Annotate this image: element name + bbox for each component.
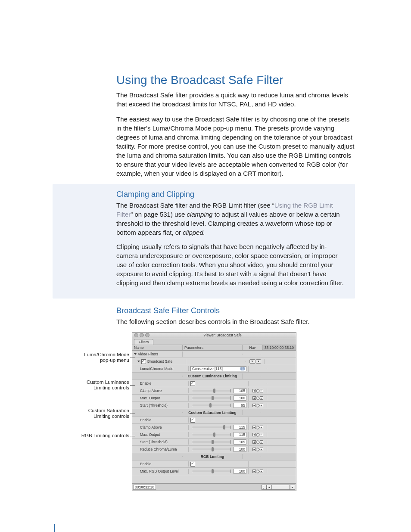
reset-menu-button[interactable]: ▾ (256, 359, 261, 364)
scrub-icon[interactable]: ⋮⋮ (262, 485, 267, 490)
keyframe-nav[interactable]: ◂▸ (252, 426, 263, 429)
label: Start (Threshold) (132, 403, 189, 408)
heading-1: Using the Broadcast Safe Filter (56, 73, 355, 87)
column-headers: Name Parameters Nav 33:10 00:00:35:10 (132, 345, 296, 351)
label: Enable (132, 461, 189, 467)
traffic-zoom-icon[interactable] (145, 333, 149, 337)
titlebar: Viewer: Broadcast Safe (132, 333, 296, 338)
hdr-timeline: 33:10 00:00:35:10 (263, 345, 296, 350)
body-para-3: The following section describes controls… (56, 317, 355, 326)
reset-button[interactable]: ✕ (249, 359, 255, 364)
prev-icon[interactable]: ◂ (267, 485, 272, 490)
timeline-out: 00:00:35:10 (274, 345, 294, 350)
luma-chroma-mode-popup[interactable]: Conservative [115]⇅ (190, 366, 246, 371)
tabbar: Filters (132, 338, 296, 345)
section-header: Custom Luminance Limiting (183, 373, 243, 379)
scroll-controls[interactable]: ⋮⋮ ◂ ▸ (261, 484, 296, 491)
section-header: Custom Saturation Limiting (183, 410, 243, 415)
hdr-parameters: Parameters (183, 345, 243, 350)
slider[interactable] (192, 390, 231, 392)
enable-checkbox[interactable] (190, 418, 195, 423)
text: The Broadcast Safe filter and the RGB Li… (116, 202, 274, 209)
slider[interactable] (192, 397, 231, 399)
slider[interactable] (192, 441, 231, 443)
row-lum-start: Start (Threshold) 95 ◂▸ (132, 402, 296, 409)
timecode-field[interactable]: 00:00:33:10 (133, 485, 156, 490)
keyframe-nav[interactable]: ◂▸ (252, 389, 263, 392)
label: Max. Output (132, 432, 189, 437)
row-sat-start: Start (Threshold) 105 ◂▸ (132, 439, 296, 446)
emphasis: clamping (187, 211, 212, 218)
label-luma-chroma-mode: Luma/Chroma Mode pop-up menu (73, 352, 129, 363)
row-lum-clamp: Clamp Above 105 ◂▸ (132, 387, 296, 395)
callout-box: Clamping and Clipping The Broadcast Safe… (53, 184, 355, 299)
scrollbar-thumb[interactable] (272, 485, 290, 490)
row-video-filters[interactable]: Video Filters (132, 351, 296, 358)
row-broadcast-safe[interactable]: Broadcast Safe ✕▾ (132, 358, 296, 365)
callout-para-1: The Broadcast Safe filter and the RGB Li… (116, 201, 348, 237)
footer-rule (54, 524, 55, 532)
slider[interactable] (192, 470, 231, 472)
label: Clamp Above (132, 425, 189, 430)
callout-para-2: Clipping usually refers to signals that … (116, 242, 348, 287)
heading-2: Broadcast Safe Filter Controls (56, 306, 355, 315)
label: Enable (132, 417, 189, 423)
label-custom-saturation: Custom Saturation Limiting controls (73, 408, 129, 419)
row-rgb-max: Max. RGB Output Level 100 ◂▸ (132, 468, 296, 475)
row-luma-chroma-mode: Luma/Chroma Mode Conservative [115]⇅ (132, 365, 296, 373)
value-field[interactable]: 115 (234, 425, 246, 430)
traffic-close-icon[interactable] (134, 333, 138, 337)
row-lum-maxout: Max. Output 100 ◂▸ (132, 395, 296, 402)
viewer-window: Viewer: Broadcast Safe Filters Name Para… (132, 332, 296, 491)
label-custom-luminance: Custom Luminance Limiting controls (73, 380, 129, 391)
value-field[interactable]: 105 (234, 439, 246, 445)
slider[interactable] (192, 434, 231, 436)
keyframe-nav[interactable]: ◂▸ (252, 433, 263, 436)
value-field[interactable]: 100 (234, 395, 246, 401)
section-header: RGB Limiting (183, 454, 243, 459)
label-rgb-limiting: RGB Limiting controls (73, 433, 129, 439)
keyframe-nav[interactable]: ◂▸ (252, 448, 263, 451)
keyframe-nav[interactable]: ◂▸ (252, 404, 263, 407)
label: Max. Output (132, 395, 189, 401)
row-section-saturation: Custom Saturation Limiting (132, 409, 296, 417)
label: Reduce Chroma/Luma (132, 447, 189, 452)
value-field[interactable]: 95 (234, 403, 246, 408)
timeline-in: 33:10 (265, 345, 274, 350)
slider[interactable] (192, 426, 231, 428)
slider[interactable] (192, 448, 231, 450)
keyframe-nav[interactable]: ◂▸ (252, 440, 263, 444)
row-section-luminance: Custom Luminance Limiting (132, 373, 296, 380)
slider[interactable] (192, 404, 231, 406)
value-field[interactable]: 115 (234, 432, 246, 437)
enable-checkbox[interactable] (190, 462, 195, 467)
label: Max. RGB Output Level (132, 469, 189, 474)
window-title: Viewer: Broadcast Safe (151, 333, 294, 337)
next-icon[interactable]: ▸ (290, 485, 295, 490)
enable-checkbox[interactable] (190, 381, 195, 386)
popup-arrows-icon: ⇅ (240, 367, 245, 370)
callout-heading: Clamping and Clipping (116, 190, 348, 199)
keyframe-nav[interactable]: ◂▸ (252, 470, 263, 473)
bottom-bar: 00:00:33:10 ⋮⋮ ◂ ▸ (132, 483, 296, 491)
tab-filters[interactable]: Filters (134, 339, 153, 345)
disclosure-triangle-icon[interactable] (137, 361, 140, 362)
keyframe-nav[interactable]: ◂▸ (252, 396, 263, 400)
label: Video Filters (138, 352, 158, 356)
value-field[interactable]: 100 (234, 469, 246, 474)
text: ” on page 531) use (131, 211, 187, 218)
traffic-minimize-icon[interactable] (140, 333, 144, 337)
row-rgb-enable: Enable (132, 460, 296, 468)
hdr-name: Name (132, 345, 183, 350)
row-lum-enable: Enable (132, 380, 296, 387)
figure: Luma/Chroma Mode pop-up menu Custom Lumi… (56, 332, 355, 491)
disclosure-triangle-icon[interactable] (134, 353, 137, 355)
value-field[interactable]: 100 (234, 447, 246, 452)
enable-checkbox[interactable] (141, 359, 146, 364)
figure-labels: Luma/Chroma Mode pop-up menu Custom Lumi… (56, 332, 132, 491)
label: Enable (132, 381, 189, 386)
row-sat-clamp: Clamp Above 115 ◂▸ (132, 424, 296, 431)
body-para-2: The easiest way to use the Broadcast Saf… (56, 115, 355, 178)
value-field[interactable]: 105 (234, 388, 246, 393)
emphasis: clipped. (183, 229, 205, 236)
